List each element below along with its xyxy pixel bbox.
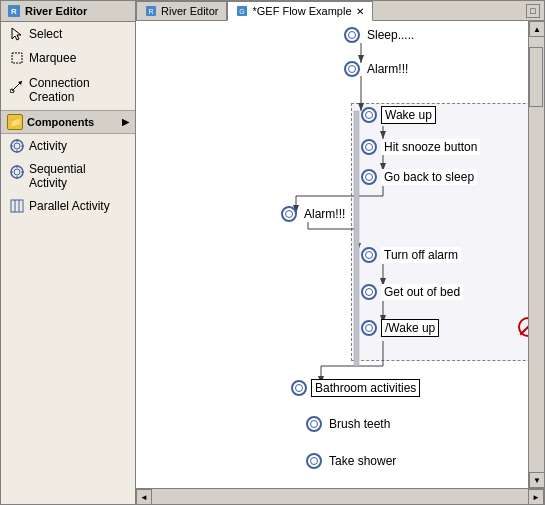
bathroom-label: Bathroom activities <box>311 379 420 397</box>
node-hit-snooze[interactable]: Hit snooze button <box>361 139 480 155</box>
hit-snooze-label: Hit snooze button <box>381 139 480 155</box>
parallel-icon <box>9 198 25 214</box>
turn-off-label: Turn off alarm <box>381 247 461 263</box>
node-brush[interactable]: Brush teeth <box>306 416 393 432</box>
sidebar-item-select[interactable]: Select <box>1 22 135 46</box>
node-get-out[interactable]: Get out of bed <box>361 284 463 300</box>
tab-river-label: River Editor <box>161 5 218 17</box>
wake-up-icon <box>361 107 377 123</box>
scroll-right-button[interactable]: ► <box>528 489 544 504</box>
turn-off-icon <box>361 247 377 263</box>
svg-rect-3 <box>12 53 22 63</box>
go-back-label: Go back to sleep <box>381 169 477 185</box>
right-area: R River Editor G *GEF Flow Example ✕ □ <box>136 1 544 504</box>
alarm-top-icon <box>344 61 360 77</box>
node-bathroom[interactable]: Bathroom activities <box>291 379 420 397</box>
node-wake-up2[interactable]: /Wake up <box>361 319 439 337</box>
h-scrollbar: ◄ ► <box>136 488 544 504</box>
sidebar-item-connection[interactable]: Connection Creation <box>1 70 135 110</box>
h-scrollbar-track[interactable] <box>152 489 528 504</box>
v-scrollbar: ▲ ▼ <box>528 21 544 488</box>
node-alarm-left[interactable]: Alarm!!! <box>281 206 348 222</box>
wake-up2-icon <box>361 320 377 336</box>
svg-point-8 <box>14 143 20 149</box>
go-back-icon <box>361 169 377 185</box>
svg-point-14 <box>14 169 20 175</box>
svg-marker-2 <box>12 28 21 40</box>
sidebar-item-activity[interactable]: Activity <box>1 134 135 158</box>
canvas: Sleep..... Alarm!!! Wake up <box>136 21 528 488</box>
folder-icon: 📁 <box>7 114 23 130</box>
node-shower[interactable]: Take shower <box>306 453 399 469</box>
tab-gef-flow[interactable]: G *GEF Flow Example ✕ <box>227 1 372 21</box>
node-alarm-top[interactable]: Alarm!!! <box>344 61 411 77</box>
get-out-icon <box>361 284 377 300</box>
select-label: Select <box>29 27 62 41</box>
scroll-up-button[interactable]: ▲ <box>529 21 544 37</box>
sidebar-item-marquee[interactable]: Marquee <box>1 46 135 70</box>
node-sleep[interactable]: Sleep..... <box>344 27 417 43</box>
parallel-label: Parallel Activity <box>29 199 110 213</box>
panel-title: R River Editor <box>1 1 135 22</box>
sidebar-item-sequential[interactable]: SequentialActivity <box>1 158 135 194</box>
canvas-wrapper: Sleep..... Alarm!!! Wake up <box>136 21 544 488</box>
components-section-header[interactable]: 📁 Components ▶ <box>1 110 135 134</box>
scroll-down-button[interactable]: ▼ <box>529 472 544 488</box>
wake-up-label: Wake up <box>381 106 436 124</box>
shower-icon <box>306 453 322 469</box>
node-go-back[interactable]: Go back to sleep <box>361 169 477 185</box>
brush-label: Brush teeth <box>326 416 393 432</box>
sequential-icon <box>9 164 25 180</box>
tab-bar: R River Editor G *GEF Flow Example ✕ □ <box>136 1 544 21</box>
activity-label: Activity <box>29 139 67 153</box>
node-turn-off[interactable]: Turn off alarm <box>361 247 461 263</box>
alarm-left-icon <box>281 206 297 222</box>
get-out-label: Get out of bed <box>381 284 463 300</box>
svg-text:R: R <box>11 7 17 16</box>
hit-snooze-icon <box>361 139 377 155</box>
tab-river-icon: R <box>145 5 157 17</box>
connection-label: Connection Creation <box>29 76 127 104</box>
scrollbar-track[interactable] <box>529 37 544 472</box>
tab-gef-close[interactable]: ✕ <box>356 6 364 17</box>
marquee-icon <box>9 50 25 66</box>
marquee-label: Marquee <box>29 51 76 65</box>
sleep-label: Sleep..... <box>364 27 417 43</box>
select-icon <box>9 26 25 42</box>
brush-icon <box>306 416 322 432</box>
maximize-button[interactable]: □ <box>526 4 540 18</box>
tab-gef-icon: G <box>236 5 248 17</box>
alarm-left-label: Alarm!!! <box>301 206 348 222</box>
alarm-top-label: Alarm!!! <box>364 61 411 77</box>
sleep-icon <box>344 27 360 43</box>
bathroom-icon <box>291 380 307 396</box>
river-editor-icon: R <box>7 4 21 18</box>
panel-title-label: River Editor <box>25 5 87 17</box>
svg-rect-19 <box>11 200 23 212</box>
node-wake-up[interactable]: Wake up <box>361 106 436 124</box>
svg-text:R: R <box>148 8 153 15</box>
tab-area-controls: □ <box>526 1 544 20</box>
expand-icon: ▶ <box>122 117 129 127</box>
main-container: R River Editor Select Marquee <box>0 0 545 505</box>
sequential-label: SequentialActivity <box>29 162 86 190</box>
activity-icon <box>9 138 25 154</box>
shower-label: Take shower <box>326 453 399 469</box>
tab-river-editor[interactable]: R River Editor <box>136 1 227 20</box>
sidebar-item-parallel[interactable]: Parallel Activity <box>1 194 135 218</box>
svg-text:G: G <box>240 8 245 15</box>
scroll-left-button[interactable]: ◄ <box>136 489 152 504</box>
no-symbol <box>518 317 528 337</box>
scrollbar-thumb[interactable] <box>529 47 543 107</box>
connection-icon <box>9 78 25 94</box>
left-panel: R River Editor Select Marquee <box>1 1 136 504</box>
components-label: Components <box>27 116 94 128</box>
wake-up2-label: /Wake up <box>381 319 439 337</box>
tab-gef-label: *GEF Flow Example <box>252 5 351 17</box>
